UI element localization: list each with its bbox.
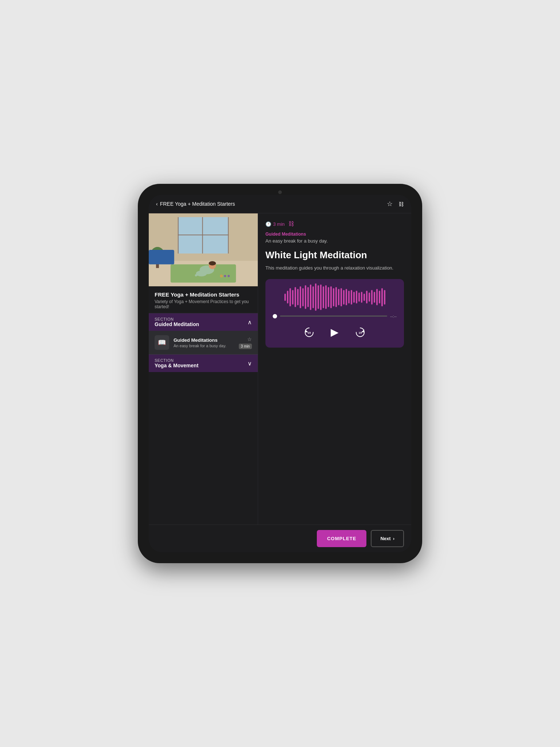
lesson-time-badge: 3 min [239,344,252,349]
course-title-block: FREE Yoga + Meditation Starters Variety … [149,286,258,313]
svg-point-17 [224,275,226,277]
complete-button[interactable]: COMPLETE [317,530,366,547]
waveform-bar [371,290,373,305]
tablet-frame: ‹ FREE Yoga + Meditation Starters ☆ ⛓ [138,184,422,563]
player-controls: 15 ▶ 15 [273,324,397,340]
next-button[interactable]: Next › [371,530,404,547]
waveform-bar [374,292,375,303]
waveform-bar [315,283,316,311]
waveform-bar [320,285,322,310]
svg-point-12 [196,271,207,276]
lesson-item[interactable]: 📖 Guided Meditations An easy break for a… [149,331,258,355]
progress-row[interactable]: --:-- [273,314,397,318]
nav-back-label: FREE Yoga + Meditation Starters [160,201,235,207]
waveform-bar [361,292,362,303]
content-subtitle: An easy break for a busy day. [265,238,404,244]
waveform-bar [348,291,350,303]
progress-bar[interactable] [280,316,387,317]
svg-point-18 [228,275,230,277]
waveform-bar [338,289,339,305]
section-label-yoga: Section [155,358,198,363]
chevron-down-icon: ∨ [248,360,252,367]
main-content: FREE Yoga + Meditation Starters Variety … [149,213,411,525]
section-name-guided: Guided Meditation [155,321,199,327]
course-subtitle: Variety of Yoga + Movement Practices to … [155,299,252,309]
content-meta: 🕐 3 min ⛓ [265,221,404,227]
svg-point-10 [209,261,216,266]
waveform-bar [310,285,311,310]
waveform-bar [333,288,334,306]
waveform-bar [356,291,357,303]
tablet-screen: ‹ FREE Yoga + Meditation Starters ☆ ⛓ [149,195,411,552]
waveform-bar [363,294,365,301]
left-panel: FREE Yoga + Meditation Starters Variety … [149,213,258,525]
lesson-star-icon[interactable]: ☆ [247,336,252,342]
lesson-info: Guided Meditations An easy break for a b… [174,337,234,348]
lesson-name: Guided Meditations [174,337,234,343]
waveform-bar [341,288,342,306]
svg-rect-15 [149,250,174,264]
content-title: White Light Meditation [265,249,404,261]
waveform-bar [376,289,378,305]
waveform-bar [287,291,288,303]
waveform-bar [318,285,319,309]
bottom-bar: COMPLETE Next › [149,525,411,552]
forward-button[interactable]: 15 [354,326,367,339]
nav-icons: ☆ ⛓ [387,200,404,208]
waveform-bar [323,286,324,308]
lesson-desc: An easy break for a busy day. [174,344,234,348]
time-label: 3 min [273,221,285,227]
course-title: FREE Yoga + Meditation Starters [155,291,252,298]
waveform-bar [292,290,293,305]
section-header-yoga[interactable]: Section Yoga & Movement ∨ [149,355,258,372]
section-label-guided: Section [155,317,199,321]
back-arrow-icon: ‹ [156,201,158,207]
lesson-meta: ☆ 3 min [239,336,252,349]
waveform-bar [330,286,332,308]
waveform-bar [295,287,296,307]
waveform-bar [312,286,314,308]
waveform-bar [351,290,352,305]
rewind-button[interactable]: 15 [303,326,316,339]
waveform-bar [325,285,327,309]
nav-back[interactable]: ‹ FREE Yoga + Meditation Starters [156,201,235,207]
section-tag: Guided Meditations [265,232,404,237]
play-button[interactable]: ▶ [327,324,343,340]
waveform-bar [305,285,306,309]
next-label: Next [380,536,390,541]
section-header-guided[interactable]: Section Guided Meditation ∧ [149,313,258,331]
waveform-bar [358,293,360,302]
book-icon: 📖 [158,338,166,347]
waveform-bar [328,287,329,307]
link-icon[interactable]: ⛓ [398,201,404,207]
right-panel: 🕐 3 min ⛓ Guided Meditations An easy bre… [258,213,411,525]
section-header-text: Section Guided Meditation [155,317,199,327]
svg-text:15: 15 [308,331,311,334]
waveform [273,286,397,308]
waveform-bar [335,287,337,307]
waveform-bar [343,290,345,305]
progress-time: --:-- [390,314,397,318]
course-image [149,213,258,286]
waveform-bar [289,288,291,306]
meta-time: 🕐 3 min [265,221,285,227]
svg-point-16 [220,275,223,278]
waveform-bar [346,289,347,305]
waveform-bar [379,291,380,303]
tablet-camera [278,190,282,194]
waveform-bar [384,290,385,305]
audio-player: --:-- 15 [265,279,404,348]
progress-dot [273,314,277,318]
next-arrow-icon: › [393,536,394,541]
waveform-bar [381,288,383,306]
waveform-bar [353,292,355,303]
waveform-bar [284,294,286,301]
svg-rect-4 [178,235,229,235]
waveform-bar [297,289,299,305]
meta-link-icon[interactable]: ⛓ [288,221,294,227]
waveform-bar [300,286,301,308]
star-icon[interactable]: ☆ [387,200,393,208]
clock-icon: 🕐 [265,221,271,227]
svg-text:15: 15 [359,331,362,334]
chevron-up-icon: ∧ [248,319,252,326]
